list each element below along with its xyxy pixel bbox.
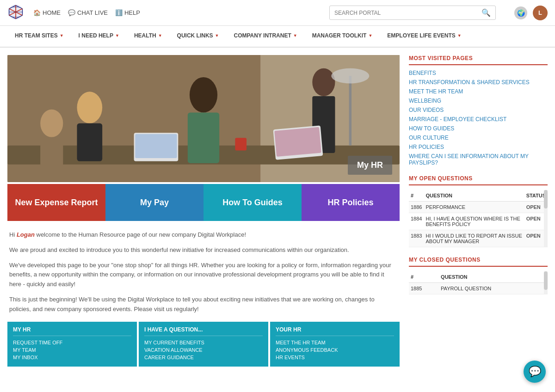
open-questions-table-wrapper: # QUESTION STATUS 1886 PERFORMANCE OPEN … [409,190,548,247]
question-num: 1884 [409,213,424,230]
welcome-section: Hi Logan welcome to the Human Resource p… [7,230,400,314]
top-bar-right: 🌍 L [514,6,548,20]
nav-label: HEALTH [134,32,156,39]
nav-label: EMPLOYEE LIFE EVENTS [387,32,455,39]
open-questions-table: # QUESTION STATUS 1886 PERFORMANCE OPEN … [409,190,548,247]
most-visited-link[interactable]: HOW TO GUIDES [409,125,548,132]
bottom-tile: YOUR HRMEET THE HR TEAMANONYMOUS FEEDBAC… [270,322,400,367]
nav-item-employee-life-events[interactable]: EMPLOYEE LIFE EVENTS▼ [380,26,469,47]
col-question: QUESTION [424,190,524,202]
welcome-para1: We are proud and excited to introduce yo… [9,245,398,255]
dropdown-arrow: ▼ [457,33,462,38]
nav-label: MANAGER TOOLKIT [312,32,367,39]
dropdown-arrow: ▼ [115,33,119,38]
chat-link[interactable]: 💬 CHAT LIVE [68,9,108,16]
bottom-tile-link[interactable]: ANONYMOUS FEEDBACK [276,347,394,353]
most-visited-link[interactable]: WELLBEING [409,98,548,104]
nav-label: HR TEAM SITES [15,32,58,39]
most-visited-link[interactable]: MARRIAGE - EMPLOYEE CHECKLIST [409,116,548,122]
bottom-tile-link[interactable]: MY INBOX [13,355,131,360]
svg-rect-14 [235,138,247,150]
nav-item-quick-links[interactable]: QUICK LINKS▼ [170,26,227,47]
table-row: 1883 HI I WOULD LIKE TO REPORT AN ISSUE … [409,230,548,247]
quick-tile-label: My Pay [140,198,169,208]
scroll-bar[interactable] [544,190,548,247]
most-visited-link[interactable]: OUR VIDEOS [409,107,548,113]
bottom-tile-link[interactable]: CAREER GUIDANCE [144,355,263,360]
bottom-tile-link[interactable]: REQUEST TIME OFF [13,340,131,345]
most-visited-link[interactable]: BENEFITS [409,70,548,76]
question-text: PAYROLL QUESTION [439,283,548,294]
quick-tile-new-expense-report[interactable]: New Expense Report [7,184,105,221]
open-questions-section: MY OPEN QUESTIONS # QUESTION STATUS 1886… [409,175,548,247]
bottom-tile-link[interactable]: VACATION ALLOWANCE [144,347,263,353]
svg-rect-17 [349,76,352,145]
help-link[interactable]: ℹ️ HELP [115,9,140,16]
bottom-tile-header: I HAVE A QUESTION... [144,326,263,336]
bottom-tile-link[interactable]: MY TEAM [13,347,131,353]
nav-item-hr-team-sites[interactable]: HR TEAM SITES▼ [7,26,71,47]
nav-label: I NEED HELP [79,32,113,39]
closed-scroll-bar[interactable] [544,271,548,294]
dropdown-arrow: ▼ [60,33,64,38]
most-visited-link[interactable]: HR TRANSFORMATION & SHARED SERVICES [409,79,548,86]
closed-questions-title: MY CLOSED QUESTIONS [409,257,548,267]
closed-questions-table-wrapper: # QUESTION 1885 PAYROLL QUESTION [409,271,548,294]
top-bar-nav: 🏠 HOME 💬 CHAT LIVE ℹ️ HELP [33,9,311,16]
quick-tile-hr-policies[interactable]: HR Policies [302,184,400,221]
closed-questions-section: MY CLOSED QUESTIONS # QUESTION 1885 PAYR… [409,257,548,294]
logo[interactable] [7,4,24,22]
avatar[interactable]: L [533,6,548,20]
most-visited-links: BENEFITSHR TRANSFORMATION & SHARED SERVI… [409,70,548,166]
bottom-tiles: MY HRREQUEST TIME OFFMY TEAMMY INBOXI HA… [7,322,400,367]
nav-label: COMPANY INTRANET [234,32,291,39]
quick-tile-label: How To Guides [222,198,283,208]
svg-rect-16 [40,137,63,169]
nav-item-company-intranet[interactable]: COMPANY INTRANET▼ [227,26,305,47]
search-icon[interactable]: 🔍 [481,8,491,17]
most-visited-link[interactable]: OUR CULTURE [409,135,548,141]
closed-scroll-thumb [544,271,548,290]
quick-tile-my-pay[interactable]: My Pay [105,184,204,221]
open-questions-title: MY OPEN QUESTIONS [409,175,548,185]
search-bar-wrap: 🔍 [329,6,496,20]
nav-label: QUICK LINKS [177,32,213,39]
quick-tiles: New Expense ReportMy PayHow To GuidesHR … [7,184,400,221]
svg-point-18 [331,68,369,84]
quick-tile-label: HR Policies [327,198,373,208]
most-visited-link[interactable]: HR POLICIES [409,144,548,150]
most-visited-link[interactable]: WHERE CAN I SEE INFORMATION ABOUT MY PAY… [409,153,548,166]
nav-item-i-need-help[interactable]: I NEED HELP▼ [71,26,127,47]
svg-rect-13 [274,127,321,157]
dropdown-arrow: ▼ [368,33,372,38]
quick-tile-how-to-guides[interactable]: How To Guides [204,184,302,221]
question-num: 1885 [409,283,439,294]
question-num: 1883 [409,230,424,247]
col-num: # [409,190,424,202]
bottom-tile-link[interactable]: MEET THE HR TEAM [276,340,394,345]
question-text: PERFORMANCE [424,202,524,213]
bottom-tile-header: YOUR HR [276,326,394,336]
bottom-tile-link[interactable]: HR EVENTS [276,355,394,360]
table-row: 1885 PAYROLL QUESTION [409,283,548,294]
svg-point-6 [190,77,217,113]
most-visited-title: MOST VISITED PAGES [409,55,548,65]
top-bar: 🏠 HOME 💬 CHAT LIVE ℹ️ HELP 🔍 🌍 L [0,0,555,26]
most-visited-link[interactable]: MEET THE HR TEAM [409,88,548,95]
bottom-tile-link[interactable]: MY CURRENT BENEFITS [144,340,263,345]
closed-col-question: QUESTION [439,271,548,283]
table-row: 1886 PERFORMANCE OPEN [409,202,548,213]
search-input[interactable] [334,10,481,16]
svg-rect-5 [77,123,102,161]
home-link[interactable]: 🏠 HOME [33,9,61,16]
sidebar: MOST VISITED PAGES BENEFITSHR TRANSFORMA… [409,55,548,367]
nav-item-health[interactable]: HEALTH▼ [127,26,170,47]
dropdown-arrow: ▼ [215,33,219,38]
nav-item-manager-toolkit[interactable]: MANAGER TOOLKIT▼ [305,26,380,47]
chat-icon: 💬 [68,9,75,16]
welcome-para2: We've developed this page to be your "on… [9,261,398,289]
globe-icon[interactable]: 🌍 [514,6,527,19]
nav-bar: HR TEAM SITES▼I NEED HELP▼HEALTH▼QUICK L… [0,26,555,48]
scroll-thumb [544,190,548,208]
dropdown-arrow: ▼ [158,33,162,38]
